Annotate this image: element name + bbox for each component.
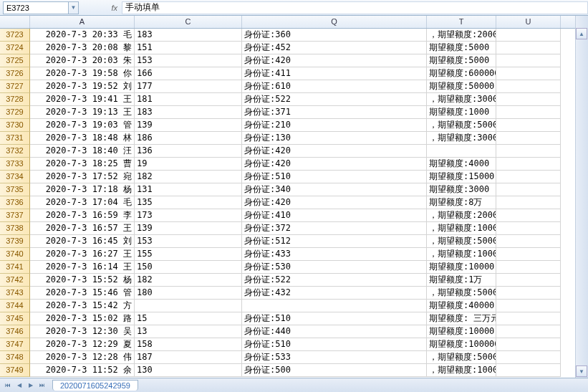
cell[interactable]: 2020-7-3 19:41 王 xyxy=(30,93,135,106)
cell[interactable] xyxy=(496,248,561,261)
row-header[interactable]: 3740 xyxy=(0,248,30,261)
cell[interactable]: 2020-7-3 16:14 王 xyxy=(30,261,135,274)
cell[interactable] xyxy=(496,364,561,377)
cell[interactable]: 173 xyxy=(135,209,242,222)
cell[interactable]: 期望额度:100000 xyxy=(427,338,496,351)
cell[interactable]: 153 xyxy=(135,54,242,67)
cell[interactable]: 身份证:530 xyxy=(242,261,427,274)
cell[interactable]: 身份证:440 xyxy=(242,325,427,338)
cell[interactable]: 2020-7-3 15:46 管 xyxy=(30,287,135,300)
tab-prev-button[interactable]: ◀ xyxy=(14,381,24,391)
cell[interactable]: 182 xyxy=(135,171,242,183)
row-header[interactable]: 3726 xyxy=(0,67,30,80)
cell[interactable] xyxy=(496,300,561,312)
row-header[interactable]: 3735 xyxy=(0,183,30,196)
row-header[interactable]: 3747 xyxy=(0,338,30,351)
cell[interactable]: 期望额度:10000 xyxy=(427,325,496,338)
tab-first-button[interactable]: ⏮ xyxy=(3,381,13,391)
cell[interactable]: 身份证:433 xyxy=(242,248,427,261)
col-header-c[interactable]: C xyxy=(135,16,242,28)
cell[interactable]: 期望额度:40000 xyxy=(427,300,496,312)
cell[interactable]: ，期望额度:5000一10000 xyxy=(427,351,496,364)
cell[interactable] xyxy=(496,325,561,338)
cell[interactable] xyxy=(496,196,561,209)
row-header[interactable]: 3727 xyxy=(0,80,30,93)
cell[interactable]: 期望额度:6000000 xyxy=(427,67,496,80)
row-header[interactable]: 3744 xyxy=(0,300,30,312)
row-header[interactable]: 3737 xyxy=(0,209,30,222)
cell[interactable]: 2020-7-3 20:08 黎 xyxy=(30,42,135,54)
cell[interactable]: 身份证:510 xyxy=(242,338,427,351)
cell[interactable]: 180 xyxy=(135,287,242,300)
tab-last-button[interactable]: ⏭ xyxy=(37,381,47,391)
row-header[interactable]: 3732 xyxy=(0,145,30,158)
cell[interactable]: 期望额度:50000-100000 xyxy=(427,80,496,93)
row-header[interactable]: 3728 xyxy=(0,93,30,106)
cell[interactable]: 131 xyxy=(135,183,242,196)
row-header[interactable]: 3743 xyxy=(0,287,30,300)
cell[interactable]: 期望额度:5000 xyxy=(427,42,496,54)
cell[interactable] xyxy=(496,287,561,300)
cell[interactable]: 181 xyxy=(135,93,242,106)
fx-icon[interactable]: fx xyxy=(111,4,117,12)
scroll-down-button[interactable]: ▼ xyxy=(576,365,587,377)
cell[interactable]: 135 xyxy=(135,196,242,209)
cell[interactable]: 身份证:533 xyxy=(242,351,427,364)
cell[interactable] xyxy=(496,274,561,287)
cell[interactable]: 期望额度:5000 xyxy=(427,54,496,67)
cell[interactable] xyxy=(496,29,561,42)
cell[interactable]: 2020-7-3 16:57 王 xyxy=(30,222,135,235)
cell[interactable]: 期望额度:3000 xyxy=(427,183,496,196)
cell[interactable]: 187 xyxy=(135,351,242,364)
cell[interactable]: 期望额度:8万 xyxy=(427,196,496,209)
cell[interactable]: 2020-7-3 15:02 路 xyxy=(30,312,135,325)
cell[interactable] xyxy=(496,261,561,274)
cell[interactable]: 151 xyxy=(135,42,242,54)
name-box[interactable]: E3723 xyxy=(3,1,69,14)
cell[interactable]: ，期望额度:30000 xyxy=(427,132,496,145)
cell[interactable]: 155 xyxy=(135,248,242,261)
cell[interactable]: 166 xyxy=(135,67,242,80)
cell[interactable]: 身份证:522 xyxy=(242,93,427,106)
cell[interactable]: 身份证:610 xyxy=(242,80,427,93)
row-header[interactable]: 3729 xyxy=(0,106,30,119)
row-header[interactable]: 3746 xyxy=(0,325,30,338)
cell[interactable]: 2020-7-3 15:52 杨 xyxy=(30,274,135,287)
row-header[interactable]: 3742 xyxy=(0,274,30,287)
cell[interactable]: 身份证:452 xyxy=(242,42,427,54)
cell[interactable]: 150 xyxy=(135,261,242,274)
cell[interactable]: 身份证:420 xyxy=(242,54,427,67)
cell[interactable] xyxy=(496,158,561,171)
row-header[interactable]: 3725 xyxy=(0,54,30,67)
cell[interactable]: ，期望额度:10000 xyxy=(427,364,496,377)
row-header[interactable]: 3738 xyxy=(0,222,30,235)
sheet-tab[interactable]: 2020071605242959 xyxy=(52,380,138,391)
cell[interactable] xyxy=(496,93,561,106)
cell[interactable]: 183 xyxy=(135,29,242,42)
cell[interactable]: 2020-7-3 17:52 宛 xyxy=(30,171,135,183)
row-header[interactable]: 3723 xyxy=(0,29,30,42)
cell[interactable]: 15 xyxy=(135,312,242,325)
select-all-corner[interactable] xyxy=(0,16,30,28)
col-header-t[interactable]: T xyxy=(427,16,496,28)
cell[interactable]: ，期望额度:20000 xyxy=(427,209,496,222)
cell[interactable]: 2020-7-3 19:52 刘 xyxy=(30,80,135,93)
cell[interactable]: 186 xyxy=(135,132,242,145)
tab-next-button[interactable]: ▶ xyxy=(26,381,36,391)
cell[interactable]: 2020-7-3 18:48 林 xyxy=(30,132,135,145)
cell[interactable] xyxy=(496,42,561,54)
cell[interactable]: 2020-7-3 12:28 伟 xyxy=(30,351,135,364)
cell[interactable]: 2020-7-3 12:30 吴 xyxy=(30,325,135,338)
row-header[interactable]: 3731 xyxy=(0,132,30,145)
cell[interactable]: 身份证:130 xyxy=(242,132,427,145)
cell[interactable]: 期望额度: 三万元 xyxy=(427,312,496,325)
col-header-a[interactable]: A xyxy=(30,16,135,28)
formula-input[interactable]: 手动填单 xyxy=(122,1,588,14)
cell[interactable] xyxy=(496,119,561,132)
cell[interactable]: 身份证:500 xyxy=(242,364,427,377)
cell[interactable]: 期望额度:10000 xyxy=(427,261,496,274)
cell[interactable] xyxy=(496,338,561,351)
cell[interactable]: 身份证:512 xyxy=(242,235,427,248)
cell[interactable]: 2020-7-3 17:04 毛 xyxy=(30,196,135,209)
vertical-scrollbar[interactable]: ▲ ▼ xyxy=(575,16,588,378)
